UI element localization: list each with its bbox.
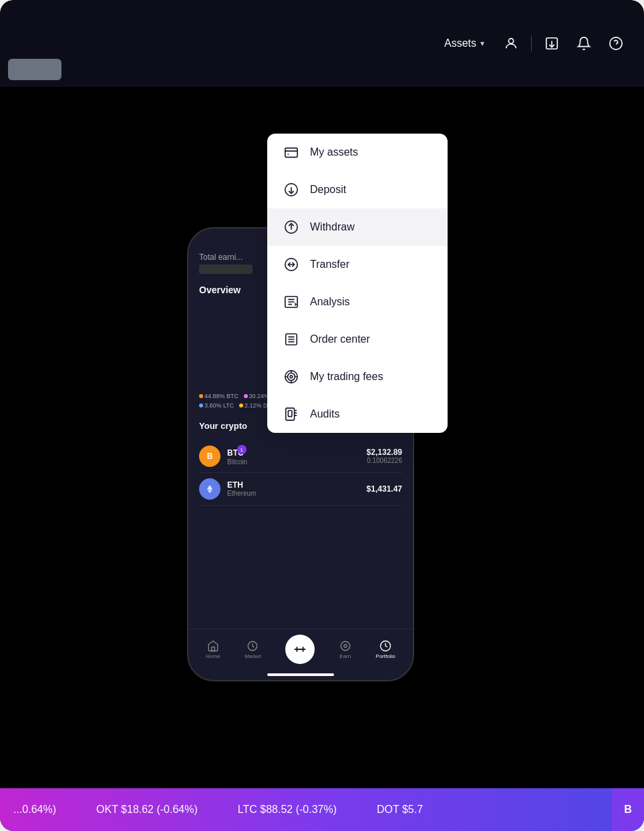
dropdown-item-label-transfer: Transfer — [310, 259, 349, 271]
dropdown-item-label-withdraw: Withdraw — [310, 221, 355, 233]
btc-usd: $2,132.89 — [367, 448, 402, 457]
svg-rect-13 — [286, 408, 295, 420]
dropdown-item-label-analysis: Analysis — [310, 296, 350, 308]
crypto-row-eth[interactable]: ETH Ethereum $1,431.47 — [199, 473, 402, 506]
dropdown-item-order-center[interactable]: Order center — [267, 321, 448, 358]
dropdown-item-label-audits: Audits — [310, 408, 339, 420]
trading-fees-icon — [283, 369, 299, 385]
your-crypto-title: Your crypto — [199, 421, 247, 431]
dropdown-item-analysis[interactable]: Analysis — [267, 283, 448, 321]
svg-rect-20 — [212, 647, 215, 651]
dropdown-item-transfer[interactable]: Transfer — [267, 246, 448, 283]
btc-fullname: Bitcoin — [227, 458, 360, 466]
btc-icon: B — [199, 446, 220, 467]
ticker-content: ...0.64%) OKT $18.62 (-0.64%) LTC $88.52… — [0, 804, 436, 816]
eth-usd: $1,431.47 — [367, 484, 402, 494]
dropdown-item-withdraw[interactable]: Withdraw — [267, 208, 448, 246]
order-center-icon — [283, 331, 299, 347]
phone-bottom-nav: Home Market Earn Portfo — [188, 629, 413, 667]
grey-pill — [8, 59, 61, 80]
ticker-item-3: DOT $5.7 — [377, 804, 423, 816]
chevron-down-icon: ▾ — [480, 39, 484, 48]
svg-point-23 — [344, 644, 347, 647]
svg-point-12 — [290, 375, 293, 378]
deposit-icon — [283, 182, 299, 198]
ticker-item-2: LTC $88.52 (-0.37%) — [238, 804, 337, 816]
eth-symbol: ETH — [227, 480, 360, 490]
portfolio-label: Portfolio — [375, 653, 395, 659]
assets-dropdown-menu: My assets Deposit Withdraw Trans — [267, 134, 448, 433]
phone-nav-home[interactable]: Home — [206, 640, 220, 659]
wallet-icon — [283, 144, 299, 160]
svg-point-11 — [288, 373, 295, 381]
svg-rect-4 — [285, 148, 297, 158]
svg-rect-14 — [288, 411, 292, 417]
dropdown-item-label-deposit: Deposit — [310, 184, 346, 196]
btc-info: BTC 1 Bitcoin — [227, 446, 360, 466]
earnings-bar — [199, 265, 253, 274]
eth-info: ETH Ethereum — [227, 480, 360, 497]
transfer-icon — [283, 257, 299, 273]
audits-icon — [283, 406, 299, 422]
ticker-bar: ...0.64%) OKT $18.62 (-0.64%) LTC $88.52… — [0, 788, 644, 831]
phone-nav-market[interactable]: Market — [245, 640, 261, 659]
bell-icon[interactable] — [572, 31, 596, 55]
svg-point-2 — [610, 37, 622, 49]
market-label: Market — [245, 653, 261, 659]
eth-value: $1,431.47 — [367, 484, 402, 494]
dropdown-item-audits[interactable]: Audits — [267, 395, 448, 433]
svg-point-22 — [341, 641, 350, 651]
help-icon[interactable] — [604, 31, 628, 55]
dropdown-item-label-my-assets: My assets — [310, 146, 358, 158]
crypto-row-btc[interactable]: B BTC 1 Bitcoin $2,132.89 0.10062226 — [199, 440, 402, 473]
analysis-icon — [283, 294, 299, 310]
eth-icon — [199, 478, 220, 500]
dropdown-item-trading-fees[interactable]: My trading fees — [267, 358, 448, 395]
eth-fullname: Ethereum — [227, 490, 360, 497]
ticker-item-1: OKT $18.62 (-0.64%) — [96, 804, 198, 816]
ticker-item-0: ...0.64%) — [13, 804, 56, 816]
phone-nav-earn[interactable]: Earn — [339, 640, 351, 659]
phone-nav-portfolio[interactable]: Portfolio — [375, 640, 395, 659]
nav-divider — [531, 35, 532, 51]
phone-nav-center[interactable] — [285, 635, 315, 664]
profile-icon[interactable] — [499, 31, 523, 55]
withdraw-icon — [283, 219, 299, 235]
btc-amount: 0.10062226 — [367, 457, 402, 464]
assets-label: Assets — [444, 37, 476, 49]
earn-label: Earn — [339, 653, 351, 659]
home-label: Home — [206, 653, 220, 659]
home-indicator — [267, 673, 334, 676]
download-icon[interactable] — [540, 31, 564, 55]
dropdown-item-label-trading-fees: My trading fees — [310, 371, 383, 383]
dropdown-item-my-assets[interactable]: My assets — [267, 134, 448, 171]
dropdown-item-label-order-center: Order center — [310, 333, 370, 345]
dropdown-item-deposit[interactable]: Deposit — [267, 171, 448, 208]
nav-bar: Assets ▾ — [0, 0, 644, 87]
btc-value: $2,132.89 0.10062226 — [367, 448, 402, 464]
ticker-badge[interactable]: B — [612, 788, 644, 831]
btc-badge: 1 — [237, 445, 247, 454]
svg-point-0 — [508, 39, 513, 43]
assets-dropdown-button[interactable]: Assets ▾ — [438, 33, 491, 53]
